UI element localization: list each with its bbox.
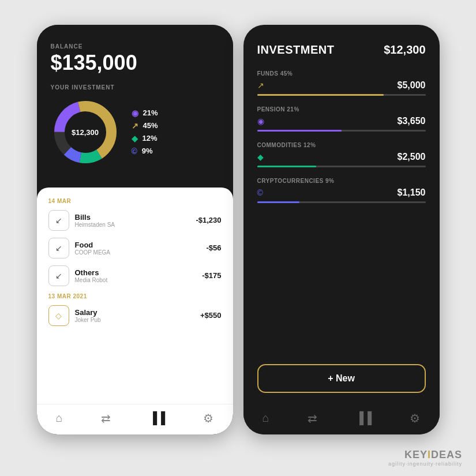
nav-transfer-icon[interactable]: ⇄	[101, 411, 111, 425]
funds-icon: ↗	[132, 121, 138, 130]
commodities-row: ◆ $2,500	[257, 152, 426, 162]
pension-row: ◉ $3,650	[257, 116, 426, 126]
pension-bar-track	[257, 130, 426, 132]
transaction-food: ↙ Food COOP MEGA -$56	[48, 238, 222, 258]
food-name: Food	[75, 241, 201, 249]
balance-amount: $135,000	[51, 51, 219, 75]
legend-item-pension: ◉ 21%	[132, 108, 158, 118]
chart-legend: ◉ 21% ↗ 45% ◆ 12% © 9%	[132, 108, 158, 156]
crypto-bar-track	[257, 201, 426, 203]
right-nav-chart-icon[interactable]: ▐▐	[355, 411, 372, 425]
commodities-amount: $2,500	[398, 152, 426, 162]
legend-item-commodities: ◆ 12%	[132, 134, 158, 143]
funds-trend-icon: ↗	[257, 81, 271, 90]
crypto-pct: 9%	[142, 147, 153, 155]
brand-tagline: agility·ingenuity·reliability	[388, 461, 462, 467]
date-label-2: 13 MAR 2021	[48, 293, 222, 299]
transaction-others: ↙ Others Media Robot -$175	[48, 265, 222, 286]
crypto-bar-fill	[257, 201, 299, 203]
food-icon: ↙	[48, 238, 69, 258]
page-wrapper: BALANCE $135,000 YOUR INVESTMENT	[0, 0, 476, 476]
transactions-section: 14 MAR ↙ Bills Heimstaden SA -$1,230 ↙ F…	[37, 188, 233, 404]
funds-label: FUNDS 45%	[257, 70, 426, 77]
bills-amount: -$1,230	[196, 216, 221, 224]
donut-chart: $12,300	[51, 98, 120, 167]
food-info: Food COOP MEGA	[75, 241, 201, 256]
pension-label: PENSION 21%	[257, 106, 426, 113]
transaction-bills: ↙ Bills Heimstaden SA -$1,230	[48, 210, 222, 231]
right-nav-settings-icon[interactable]: ⚙	[410, 411, 420, 425]
chart-area: $12,300 ◉ 21% ↗ 45% ◆ 12%	[51, 98, 219, 176]
commodities-fund-icon: ◆	[257, 152, 271, 162]
transaction-salary: ◇ Salary Joker Pub +$550	[48, 305, 222, 326]
commodities-label: COMMODITIES 12%	[257, 142, 426, 148]
nav-settings-icon[interactable]: ⚙	[203, 411, 213, 425]
bills-name: Bills	[75, 213, 190, 222]
salary-icon: ◇	[48, 305, 69, 326]
others-amount: -$175	[202, 271, 221, 280]
others-name: Others	[75, 268, 197, 277]
commodities-bar-track	[257, 166, 426, 167]
bills-sub: Heimstaden SA	[75, 222, 190, 228]
brand-name: KEYIDEAS	[388, 449, 462, 461]
crypto-icon: ©	[132, 147, 137, 156]
pension-pct: 21%	[143, 108, 158, 117]
top-section: BALANCE $135,000 YOUR INVESTMENT	[37, 25, 233, 188]
investment-header: INVESTMENT $12,300	[257, 43, 426, 57]
crypto-label: CRYPTOCURRENCIES 9%	[257, 178, 426, 184]
right-nav-home-icon[interactable]: ⌂	[263, 411, 269, 425]
salary-sub: Joker Pub	[75, 317, 194, 323]
investment-section-label: YOUR INVESTMENT	[51, 84, 219, 91]
new-button-wrapper: + New	[243, 353, 440, 404]
salary-name: Salary	[75, 308, 194, 317]
pension-fund-icon: ◉	[257, 117, 271, 126]
others-sub: Media Robot	[75, 277, 197, 283]
salary-amount: +$550	[200, 311, 222, 320]
brand-footer: KEYIDEAS agility·ingenuity·reliability	[388, 449, 462, 467]
legend-item-crypto: © 9%	[132, 147, 158, 156]
commodities-pct: 12%	[143, 134, 158, 143]
funds-bar-track	[257, 94, 426, 96]
date-label-1: 14 MAR	[48, 198, 222, 204]
new-button[interactable]: + New	[257, 364, 426, 393]
fund-funds: FUNDS 45% ↗ $5,000	[257, 70, 426, 96]
balance-label: BALANCE	[51, 43, 219, 50]
pension-bar-fill	[257, 130, 342, 132]
left-phone: BALANCE $135,000 YOUR INVESTMENT	[37, 25, 233, 434]
right-nav-transfer-icon[interactable]: ⇄	[308, 411, 317, 425]
right-bottom-nav: ⌂ ⇄ ▐▐ ⚙	[243, 404, 440, 434]
food-sub: COOP MEGA	[75, 249, 201, 256]
crypto-row: © $1,150	[257, 188, 426, 198]
fund-crypto: CRYPTOCURRENCIES 9% © $1,150	[257, 178, 426, 203]
pension-amount: $3,650	[398, 116, 426, 126]
crypto-amount: $1,150	[398, 188, 426, 198]
nav-home-icon[interactable]: ⌂	[56, 411, 63, 425]
investment-title: INVESTMENT	[257, 43, 335, 57]
bills-info: Bills Heimstaden SA	[75, 213, 190, 228]
funds-pct: 45%	[143, 121, 158, 130]
commodities-icon: ◆	[132, 134, 138, 143]
fund-pension: PENSION 21% ◉ $3,650	[257, 106, 426, 132]
brand-highlight: I	[428, 449, 431, 460]
investment-total: $12,300	[384, 43, 425, 57]
legend-item-funds: ↗ 45%	[132, 121, 158, 130]
others-info: Others Media Robot	[75, 268, 197, 283]
salary-info: Salary Joker Pub	[75, 308, 194, 323]
fund-commodities: COMMODITIES 12% ◆ $2,500	[257, 142, 426, 167]
nav-chart-icon[interactable]: ▐▐	[149, 411, 165, 425]
funds-amount: $5,000	[398, 80, 426, 91]
funds-row: ↗ $5,000	[257, 80, 426, 91]
right-content: INVESTMENT $12,300 FUNDS 45% ↗ $5,000 PE…	[243, 25, 440, 353]
pension-icon: ◉	[132, 108, 138, 118]
others-icon: ↙	[48, 265, 69, 286]
funds-bar-fill	[257, 94, 384, 96]
right-phone: INVESTMENT $12,300 FUNDS 45% ↗ $5,000 PE…	[243, 25, 440, 434]
commodities-bar-fill	[257, 166, 316, 167]
food-amount: -$56	[206, 243, 221, 252]
left-bottom-nav: ⌂ ⇄ ▐▐ ⚙	[37, 404, 233, 434]
bills-icon: ↙	[48, 210, 69, 231]
crypto-fund-icon: ©	[257, 188, 271, 197]
donut-center: $12,300	[72, 128, 99, 136]
